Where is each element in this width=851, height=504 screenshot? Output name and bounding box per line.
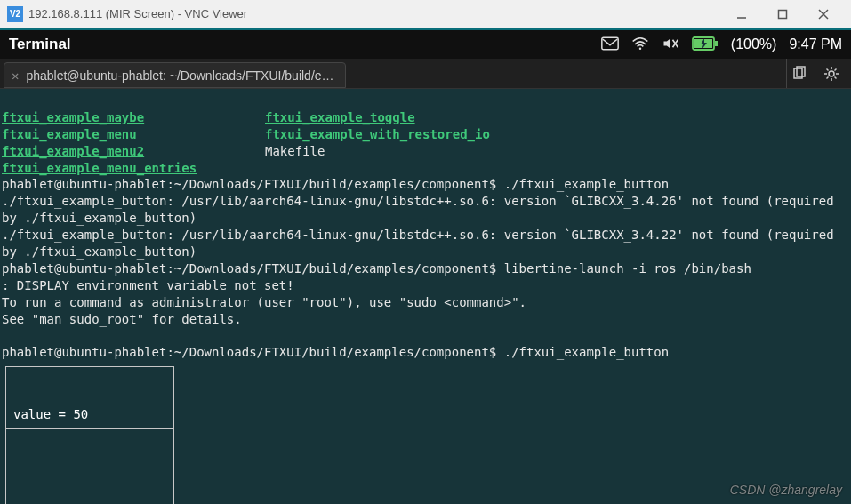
tab-bar: ✕ phablet@ubuntu-phablet: ~/Downloads/FT… [0,59,851,89]
prompt-line: phablet@ubuntu-phablet:~/Downloads/FTXUI… [2,345,669,359]
app-title: Terminal [9,36,601,53]
ls-listing: ftxui_example_maybe ftxui_example_menu f… [2,109,849,177]
prompt-line: phablet@ubuntu-phablet:~/Downloads/FTXUI… [2,261,751,276]
battery-icon [692,36,719,53]
info-line: See "man sudo_root" for details. [2,312,242,326]
minimize-button[interactable] [721,0,762,28]
svg-line-18 [827,68,829,70]
error-line: ./ftxui_example_button: /usr/lib/aarch64… [2,228,841,259]
info-line: To run a command as administrator (user … [2,295,526,309]
exec-file: ftxui_example_menu_entries [2,161,197,175]
plain-file: Makefile [265,144,325,158]
sound-muted-icon [662,36,679,53]
value-label: value = 50 [6,401,173,429]
exec-file: ftxui_example_with_restored_io [265,127,490,141]
svg-rect-4 [602,37,618,49]
window-controls [721,0,844,28]
error-line: : DISPLAY environment variable not set! [2,278,294,292]
ubuntu-topbar: Terminal (100%) 9:47 PM [0,28,851,59]
prompt-line: phablet@ubuntu-phablet:~/Downloads/FTXUI… [2,177,669,191]
svg-line-21 [827,76,829,78]
tab-label: phablet@ubuntu-phablet: ~/Downloads/FTXU… [26,68,333,83]
svg-point-5 [639,47,642,50]
wifi-icon [631,36,649,53]
watermark: CSDN @zhangrelay [730,482,842,499]
terminal-output[interactable]: ftxui_example_maybe ftxui_example_menu f… [0,89,851,504]
clock: 9:47 PM [789,36,842,52]
vnc-icon: V2 [7,6,23,22]
exec-file: ftxui_example_toggle [265,110,415,124]
svg-line-19 [835,76,837,78]
exec-file: ftxui_example_maybe [2,110,144,124]
copy-button[interactable] [787,61,812,86]
error-line: ./ftxui_example_button: /usr/lib/aarch64… [2,194,841,225]
maximize-button[interactable] [762,0,803,28]
svg-rect-1 [779,10,787,18]
terminal-tab[interactable]: ✕ phablet@ubuntu-phablet: ~/Downloads/FT… [4,62,346,88]
gauge-row [6,463,173,504]
exec-file: ftxui_example_menu2 [2,144,144,158]
settings-gear-icon[interactable] [819,61,844,86]
ftxui-box: value = 50 Decrease Increase [5,366,174,504]
battery-percent: (100%) [731,36,777,52]
close-button[interactable] [803,0,844,28]
svg-line-20 [835,68,837,70]
svg-point-13 [829,71,834,76]
exec-file: ftxui_example_menu [2,127,137,141]
window-title: 192.168.8.111 (MIR Screen) - VNC Viewer [28,7,721,20]
tab-close-icon[interactable]: ✕ [12,68,19,83]
status-tray[interactable]: (100%) 9:47 PM [601,36,842,53]
mail-icon [601,36,619,53]
svg-rect-10 [715,41,718,46]
vnc-titlebar: V2 192.168.8.111 (MIR Screen) - VNC View… [0,0,851,28]
